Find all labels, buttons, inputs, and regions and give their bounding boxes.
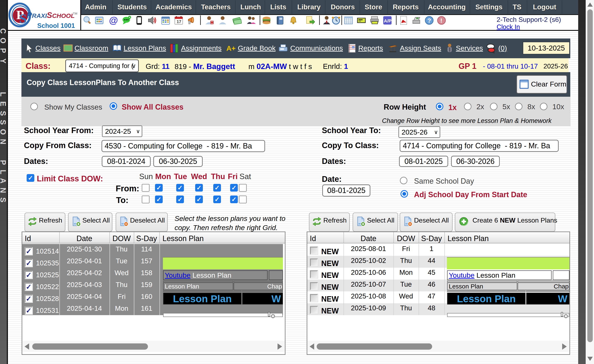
svg-text:!: ! — [440, 17, 442, 24]
svg-text:?: ? — [427, 17, 431, 24]
svg-text:@: @ — [109, 16, 118, 25]
svg-text:17: 17 — [177, 19, 181, 24]
svg-text:A+: A+ — [226, 44, 236, 52]
svg-text:A/P: A/P — [384, 18, 392, 24]
svg-text:S: S — [19, 11, 27, 26]
